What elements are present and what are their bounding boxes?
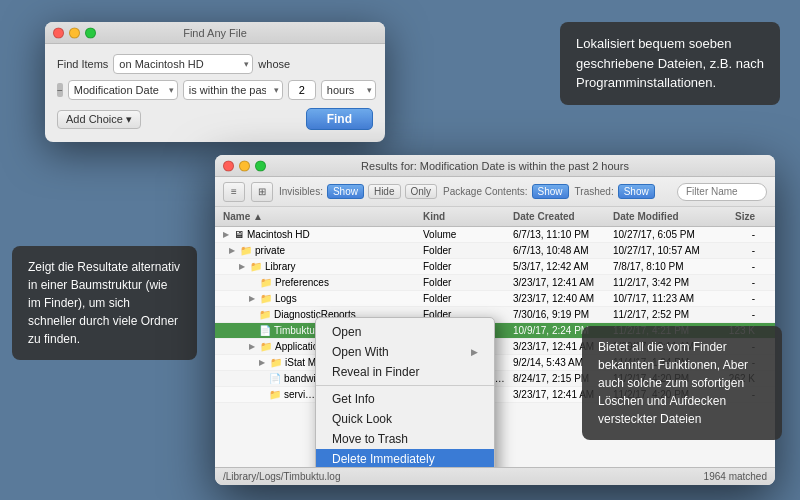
disclosure-icon: ▶	[229, 246, 235, 255]
menu-item-quick-look[interactable]: Quick Look	[316, 409, 494, 429]
folder-icon: 📁	[270, 357, 282, 368]
menu-item-open-with-label: Open With	[332, 345, 389, 359]
results-toolbar: ≡ ⊞ Invisibles: Show Hide Only Package C…	[215, 177, 775, 207]
col-modified: Date Modified	[609, 209, 709, 224]
find-window-title: Find Any File	[183, 27, 247, 39]
find-any-file-window: Find Any File Find Items on Macintosh HD…	[45, 22, 385, 142]
package-label: Package Contents:	[443, 186, 528, 197]
close-button[interactable]	[53, 27, 64, 38]
menu-item-move-trash[interactable]: Move to Trash	[316, 429, 494, 449]
folder-icon: 🖥	[234, 229, 244, 240]
find-items-select-wrapper[interactable]: on Macintosh HD	[113, 54, 253, 74]
add-choice-arrow: ▾	[126, 113, 132, 126]
filter-name-input[interactable]	[677, 183, 767, 201]
menu-item-open[interactable]: Open	[316, 322, 494, 342]
find-bottom-row: Add Choice ▾ Find	[57, 108, 373, 130]
menu-item-get-info-label: Get Info	[332, 392, 375, 406]
number-input[interactable]	[288, 80, 316, 100]
find-items-select[interactable]: on Macintosh HD	[113, 54, 253, 74]
file-icon: 📄	[269, 373, 281, 384]
minimize-button[interactable]	[69, 27, 80, 38]
table-row[interactable]: ▶🖥 Macintosh HD Volume 6/7/13, 11:10 PM …	[215, 227, 775, 243]
col-name: Name ▲	[219, 209, 419, 224]
disclosure-icon: ▶	[259, 358, 265, 367]
results-close-button[interactable]	[223, 160, 234, 171]
unit-select-wrapper[interactable]: hours	[321, 80, 376, 100]
list-view-button[interactable]: ⊞	[251, 182, 273, 202]
file-icon: 📄	[259, 325, 271, 336]
menu-item-quick-look-label: Quick Look	[332, 412, 392, 426]
find-window-titlebar: Find Any File	[45, 22, 385, 44]
menu-divider	[316, 385, 494, 386]
menu-item-delete-label: Delete Immediately	[332, 452, 435, 466]
results-title: Results for: Modification Date is within…	[361, 160, 629, 172]
tooltip-top-right: Lokalisiert bequem soeben geschriebene D…	[560, 22, 780, 105]
disclosure-icon: ▶	[249, 342, 255, 351]
stepper-minus[interactable]: −	[57, 83, 63, 97]
package-group: Package Contents: Show	[443, 184, 569, 199]
tooltip-top-right-text: Lokalisiert bequem soeben geschriebene D…	[576, 36, 764, 90]
mod-date-select-wrapper[interactable]: Modification Date	[68, 80, 178, 100]
invisibles-show-btn[interactable]: Show	[327, 184, 364, 199]
find-items-label: Find Items	[57, 58, 108, 70]
unit-select[interactable]: hours	[321, 80, 376, 100]
whose-label: whose	[258, 58, 290, 70]
col-size: Size	[709, 209, 759, 224]
table-row[interactable]: ▶📁 Logs Folder 3/23/17, 12:40 AM 10/7/17…	[215, 291, 775, 307]
table-row[interactable]: ▶📁 Preferences Folder 3/23/17, 12:41 AM …	[215, 275, 775, 291]
results-titlebar: Results for: Modification Date is within…	[215, 155, 775, 177]
condition-select[interactable]: is within the past	[183, 80, 283, 100]
submenu-arrow: ▶	[471, 347, 478, 357]
menu-item-open-with[interactable]: Open With ▶	[316, 342, 494, 362]
add-choice-button[interactable]: Add Choice ▾	[57, 110, 141, 129]
status-count: 1964 matched	[704, 471, 767, 482]
table-row[interactable]: ▶📁 private Folder 6/7/13, 10:48 AM 10/27…	[215, 243, 775, 259]
mod-date-select[interactable]: Modification Date	[68, 80, 178, 100]
col-created: Date Created	[509, 209, 609, 224]
menu-item-reveal-label: Reveal in Finder	[332, 365, 419, 379]
tooltip-bottom-left: Zeigt die Resultate alternativ in einer …	[12, 246, 197, 360]
table-row[interactable]: ▶📁 Library Folder 5/3/17, 12:42 AM 7/8/1…	[215, 259, 775, 275]
trashed-show-btn[interactable]: Show	[618, 184, 655, 199]
find-window-body: Find Items on Macintosh HD whose − Modif…	[45, 44, 385, 142]
trashed-group: Trashed: Show	[575, 184, 655, 199]
folder-icon: 📁	[260, 341, 272, 352]
find-button[interactable]: Find	[306, 108, 373, 130]
table-header: Name ▲ Kind Date Created Date Modified S…	[215, 207, 775, 227]
menu-item-get-info[interactable]: Get Info	[316, 389, 494, 409]
folder-icon: 📁	[250, 261, 262, 272]
disclosure-icon: ▶	[249, 278, 255, 287]
menu-item-reveal[interactable]: Reveal in Finder	[316, 362, 494, 382]
status-path: /Library/Logs/Timbuktu.log	[223, 471, 340, 482]
menu-item-delete[interactable]: Delete Immediately	[316, 449, 494, 467]
invisibles-hide-btn[interactable]: Hide	[368, 184, 401, 199]
tree-view-button[interactable]: ≡	[223, 182, 245, 202]
trashed-label: Trashed:	[575, 186, 614, 197]
add-choice-label: Add Choice	[66, 113, 123, 125]
tooltip-bottom-right: Bietet all die vom Finder bekannten Funk…	[582, 326, 782, 440]
menu-item-open-label: Open	[332, 325, 361, 339]
find-items-row: Find Items on Macintosh HD whose	[57, 54, 373, 74]
invisibles-label: Invisibles:	[279, 186, 323, 197]
tooltip-bottom-right-text: Bietet all die vom Finder bekannten Funk…	[598, 340, 748, 426]
table-row[interactable]: 📁 DiagnosticReports Folder 7/30/16, 9:19…	[215, 307, 775, 323]
folder-icon: 📁	[260, 293, 272, 304]
condition-select-wrapper[interactable]: is within the past	[183, 80, 283, 100]
disclosure-icon: ▶	[249, 294, 255, 303]
mod-date-row: − Modification Date is within the past h…	[57, 80, 373, 100]
results-maximize-button[interactable]	[255, 160, 266, 171]
tooltip-bottom-left-text: Zeigt die Resultate alternativ in einer …	[28, 260, 180, 346]
folder-icon: 📁	[269, 389, 281, 400]
disclosure-icon: ▶	[239, 262, 245, 271]
results-minimize-button[interactable]	[239, 160, 250, 171]
disclosure-icon: ▶	[223, 230, 229, 239]
folder-icon: 📁	[260, 277, 272, 288]
status-bar: /Library/Logs/Timbuktu.log 1964 matched	[215, 467, 775, 485]
folder-icon: 📁	[259, 309, 271, 320]
invisibles-only-btn[interactable]: Only	[405, 184, 438, 199]
package-show-btn[interactable]: Show	[532, 184, 569, 199]
col-kind: Kind	[419, 209, 509, 224]
menu-item-move-trash-label: Move to Trash	[332, 432, 408, 446]
results-window-controls	[223, 160, 266, 171]
maximize-button[interactable]	[85, 27, 96, 38]
